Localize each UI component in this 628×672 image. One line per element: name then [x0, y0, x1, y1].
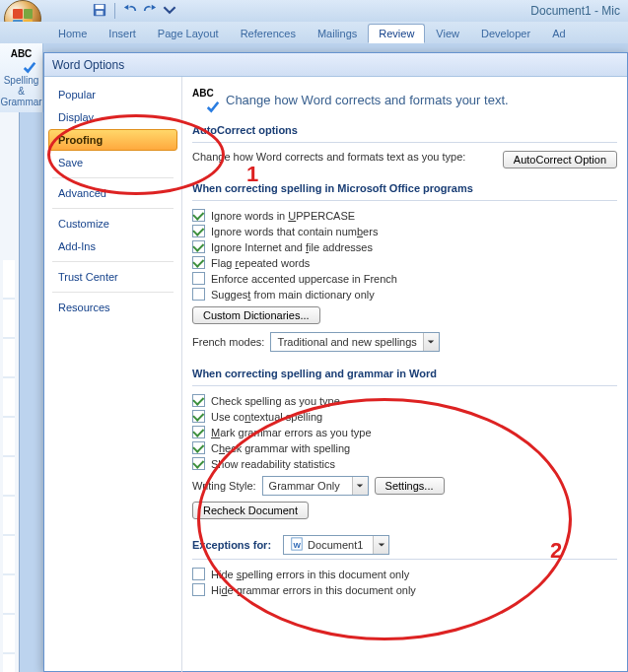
content-header: Change how Word corrects and formats you…: [226, 93, 509, 107]
spelling-grammar-icon[interactable]: ABC: [0, 47, 42, 73]
recheck-document-button[interactable]: Recheck Document: [192, 502, 309, 519]
vertical-ruler: [0, 112, 20, 672]
chevron-down-icon: [352, 477, 368, 495]
sidebar-item-customize[interactable]: Customize: [48, 213, 177, 235]
office-opt-checkbox-2[interactable]: [192, 240, 205, 253]
save-icon[interactable]: [93, 3, 106, 19]
word-opt-label-4: Show readability statistics: [211, 458, 335, 470]
qat-dropdown-icon[interactable]: [163, 3, 176, 19]
word-opt-checkbox-2[interactable]: [192, 426, 205, 438]
ribbon-group-label: Spelling & Grammar: [0, 75, 42, 107]
sidebar-item-resources[interactable]: Resources: [48, 297, 177, 318]
tab-developer[interactable]: Developer: [470, 24, 541, 43]
autocorrect-options-button[interactable]: AutoCorrect Option: [503, 151, 617, 168]
word-opt-checkbox-1[interactable]: [192, 410, 205, 423]
sidebar-item-advanced[interactable]: Advanced: [48, 182, 177, 204]
tab-view[interactable]: View: [425, 24, 470, 43]
options-sidebar: Popular Display Proofing Save Advanced C…: [44, 77, 182, 672]
tab-page-layout[interactable]: Page Layout: [147, 24, 230, 43]
office-opt-label-3: Flag repeated words: [211, 257, 310, 269]
ribbon-group-proofing: ABC Spelling & Grammar: [0, 43, 43, 112]
french-modes-label: French modes:: [192, 336, 264, 348]
exc-opt-label-0: Hide spelling errors in this document on…: [211, 569, 409, 580]
word-opt-checkbox-0[interactable]: [192, 394, 205, 407]
office-opt-label-0: Ignore words in UPPERCASE: [211, 210, 355, 222]
chevron-down-icon: [373, 536, 388, 554]
office-opt-checkbox-1[interactable]: [192, 225, 205, 237]
word-opt-label-0: Check spelling as you type: [211, 395, 340, 407]
chevron-down-icon: [423, 333, 439, 351]
tab-references[interactable]: References: [230, 24, 307, 43]
options-content: ABC Change how Word corrects and formats…: [182, 77, 627, 672]
word-opt-checkbox-3[interactable]: [192, 441, 205, 454]
settings-button[interactable]: Settings...: [375, 477, 445, 495]
autocorrect-text: Change how Word corrects and formats tex…: [192, 151, 465, 163]
svg-rect-1: [96, 5, 105, 9]
office-opt-label-1: Ignore words that contain numbers: [211, 226, 378, 237]
dialog-title: Word Options: [44, 53, 627, 77]
tab-home[interactable]: Home: [47, 24, 98, 43]
svg-text:W: W: [294, 541, 302, 550]
tab-review[interactable]: Review: [368, 24, 425, 43]
exc-opt-label-1: Hide grammar errors in this document onl…: [211, 584, 416, 596]
section-spell-office: When correcting spelling in Microsoft Of…: [192, 182, 617, 194]
exc-opt-checkbox-1[interactable]: [192, 583, 205, 596]
sidebar-item-proofing[interactable]: Proofing: [48, 129, 177, 151]
sidebar-item-display[interactable]: Display: [48, 106, 177, 128]
office-opt-label-4: Enforce accented uppercase in French: [211, 273, 397, 285]
writing-style-label: Writing Style:: [192, 480, 256, 492]
section-spell-word: When correcting spelling and grammar in …: [192, 368, 617, 379]
office-opt-label-2: Ignore Internet and file addresses: [211, 241, 373, 253]
writing-style-select[interactable]: Grammar Only: [262, 476, 369, 496]
titlebar-text: Document1 - Mic: [530, 0, 620, 22]
word-opt-checkbox-4[interactable]: [192, 457, 205, 470]
exc-opt-checkbox-0[interactable]: [192, 568, 205, 580]
section-autocorrect: AutoCorrect options: [192, 124, 617, 136]
undo-icon[interactable]: [123, 3, 137, 19]
office-opt-checkbox-5[interactable]: [192, 288, 205, 301]
sidebar-item-popular[interactable]: Popular: [48, 84, 177, 105]
office-opt-checkbox-3[interactable]: [192, 256, 205, 269]
redo-icon[interactable]: [143, 3, 157, 19]
office-opt-checkbox-0[interactable]: [192, 209, 205, 222]
office-opt-label-5: Suggest from main dictionary only: [211, 289, 375, 301]
sidebar-item-addins[interactable]: Add-Ins: [48, 235, 177, 257]
sidebar-item-save[interactable]: Save: [48, 152, 177, 173]
sidebar-item-trust-center[interactable]: Trust Center: [48, 266, 177, 288]
svg-rect-2: [97, 11, 104, 15]
word-opt-label-1: Use contextual spelling: [211, 411, 322, 423]
custom-dictionaries-button[interactable]: Custom Dictionaries...: [192, 306, 320, 324]
abc-check-icon: ABC: [192, 87, 218, 112]
office-opt-checkbox-4[interactable]: [192, 272, 205, 285]
tab-addons[interactable]: Ad: [541, 24, 576, 43]
french-modes-select[interactable]: Traditional and new spellings: [270, 332, 439, 352]
section-exceptions: Exceptions for:: [192, 539, 271, 551]
tab-insert[interactable]: Insert: [98, 24, 147, 43]
word-options-dialog: Word Options Popular Display Proofing Sa…: [43, 52, 628, 672]
word-opt-label-3: Check grammar with spelling: [211, 442, 350, 454]
exceptions-document-select[interactable]: W Document1: [283, 535, 389, 555]
tab-mailings[interactable]: Mailings: [307, 24, 368, 43]
word-opt-label-2: Mark grammar errors as you type: [211, 427, 372, 438]
ribbon-tabs: Home Insert Page Layout References Maili…: [0, 22, 628, 43]
word-doc-icon: W: [290, 537, 304, 553]
